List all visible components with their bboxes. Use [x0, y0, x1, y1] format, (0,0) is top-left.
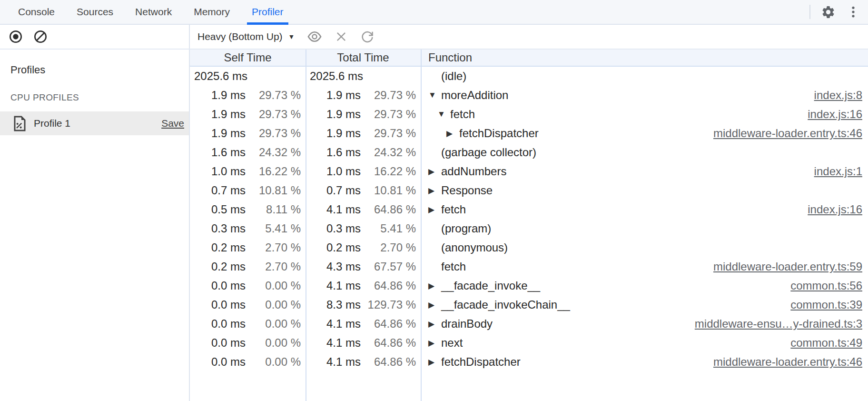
table-row[interactable]: 0.0 ms0.00 %4.1 ms64.86 %▶__facade_invok…	[190, 276, 868, 295]
source-file-link[interactable]: index.js:8	[814, 89, 862, 102]
function-name: (idle)	[441, 70, 466, 83]
sidebar-item-profile-1[interactable]: Profile 1 Save	[0, 111, 189, 135]
view-mode-dropdown[interactable]: Heavy (Bottom Up) ▼	[197, 31, 295, 42]
tab-bar-divider	[809, 5, 810, 19]
profiler-toolbar-right: Heavy (Bottom Up) ▼	[190, 25, 375, 49]
source-file-link[interactable]: index.js:1	[814, 165, 862, 178]
tree-collapse-arrow-icon[interactable]: ▶	[428, 281, 441, 291]
function-name: __facade_invoke__	[441, 279, 540, 292]
function-name: Response	[441, 184, 493, 197]
column-header-function[interactable]: Function	[421, 51, 472, 64]
total-time-cell-ms: 0.7 ms	[307, 184, 361, 197]
self-time-cell-ms: 1.6 ms	[192, 146, 246, 159]
tab-network[interactable]: Network	[128, 0, 179, 24]
tree-collapse-arrow-icon[interactable]: ▶	[428, 300, 441, 310]
column-header-total-time[interactable]: Total Time	[306, 51, 421, 64]
table-row[interactable]: 0.0 ms0.00 %8.3 ms129.73 %▶__facade_invo…	[190, 295, 868, 314]
function-tree-node: ▼fetch	[437, 108, 475, 121]
tab-sources[interactable]: Sources	[69, 0, 121, 24]
total-time-cell-ms: 1.6 ms	[307, 146, 361, 159]
table-row[interactable]: 1.6 ms24.32 %1.6 ms24.32 %(garbage colle…	[190, 143, 868, 162]
function-name: (anonymous)	[441, 241, 508, 254]
table-row[interactable]: 0.0 ms0.00 %4.1 ms64.86 %▶drainBodymiddl…	[190, 314, 868, 333]
table-row[interactable]: 1.9 ms29.73 %1.9 ms29.73 %▼moreAdditioni…	[190, 86, 868, 105]
tree-collapse-arrow-icon[interactable]: ▶	[428, 205, 441, 215]
function-cell: ▶fetchDispatchermiddleware-loader.entry.…	[421, 355, 868, 369]
self-time-cell-ms: 0.2 ms	[192, 260, 246, 273]
table-row[interactable]: 1.0 ms16.22 %1.0 ms16.22 %▶addNumbersind…	[190, 162, 868, 181]
self-time-cell-ms: 1.0 ms	[192, 165, 246, 178]
self-time-cell: 1.6 ms24.32 %	[190, 146, 306, 159]
function-tree-node: (garbage collector)	[428, 146, 536, 159]
self-time-cell-percent: 29.73 %	[246, 127, 301, 140]
total-time-cell: 1.6 ms24.32 %	[306, 146, 421, 159]
close-icon[interactable]	[335, 30, 348, 43]
source-file-link[interactable]: middleware-ensu…y-drained.ts:3	[695, 317, 862, 331]
total-time-cell-percent: 64.86 %	[361, 317, 416, 331]
table-row[interactable]: 0.2 ms2.70 %0.2 ms2.70 %(anonymous)	[190, 238, 868, 257]
source-file-link[interactable]: middleware-loader.entry.ts:59	[713, 260, 862, 273]
self-time-cell-percent: 24.32 %	[246, 146, 301, 159]
self-time-cell-percent: 8.11 %	[246, 203, 301, 216]
table-row[interactable]: 1.9 ms29.73 %1.9 ms29.73 %▶fetchDispatch…	[190, 124, 868, 143]
tree-collapse-arrow-icon[interactable]: ▶	[428, 319, 441, 329]
profile-data-grid: Self Time Total Time Function 2025.6 ms2…	[190, 50, 868, 401]
table-row[interactable]: 0.0 ms0.00 %4.1 ms64.86 %▶fetchDispatche…	[190, 352, 868, 371]
source-file-link[interactable]: index.js:16	[808, 203, 862, 216]
refresh-icon[interactable]	[360, 30, 375, 44]
source-file-link[interactable]: index.js:16	[808, 108, 862, 121]
tree-expand-arrow-icon[interactable]: ▼	[428, 90, 441, 100]
function-tree-node: ▶fetchDispatcher	[428, 355, 521, 369]
self-time-cell-percent: 29.73 %	[246, 108, 301, 121]
total-time-cell: 4.3 ms67.57 %	[306, 260, 421, 273]
tree-collapse-arrow-icon[interactable]: ▶	[428, 357, 441, 367]
table-row[interactable]: 0.3 ms5.41 %0.3 ms5.41 %(program)	[190, 219, 868, 238]
gear-icon[interactable]	[821, 5, 836, 20]
self-time-cell: 0.0 ms0.00 %	[190, 298, 306, 311]
save-profile-link[interactable]: Save	[161, 118, 184, 129]
table-row[interactable]: 0.0 ms0.00 %4.1 ms64.86 %▶nextcommon.ts:…	[190, 333, 868, 352]
table-row[interactable]: 2025.6 ms2025.6 ms(idle)	[190, 67, 868, 86]
table-row[interactable]: 0.7 ms10.81 %0.7 ms10.81 %▶Response	[190, 181, 868, 200]
total-time-cell: 4.1 ms64.86 %	[306, 355, 421, 369]
tree-expand-arrow-icon[interactable]: ▼	[437, 110, 450, 119]
source-file-link[interactable]: common.ts:56	[790, 279, 862, 292]
function-cell: (idle)	[421, 70, 868, 83]
total-time-cell-percent: 67.57 %	[361, 260, 416, 273]
source-file-link[interactable]: common.ts:49	[790, 336, 862, 350]
column-divider	[421, 50, 422, 401]
source-file-link[interactable]: middleware-loader.entry.ts:46	[713, 127, 862, 140]
function-cell: ▼fetchindex.js:16	[421, 108, 868, 121]
source-file-link[interactable]: common.ts:39	[790, 298, 862, 311]
total-time-cell: 0.3 ms5.41 %	[306, 222, 421, 235]
cpu-profiles-section-label: CPU PROFILES	[10, 92, 189, 103]
column-divider	[306, 50, 306, 401]
tree-collapse-arrow-icon[interactable]: ▶	[428, 167, 441, 177]
total-time-cell-ms: 4.1 ms	[307, 317, 361, 331]
self-time-cell: 0.5 ms8.11 %	[190, 203, 306, 216]
table-row[interactable]: 1.9 ms29.73 %1.9 ms29.73 %▼fetchindex.js…	[190, 105, 868, 124]
sidebar-heading: Profiles	[10, 64, 189, 76]
record-icon[interactable]	[9, 30, 23, 44]
source-file-link[interactable]: middleware-loader.entry.ts:46	[713, 355, 862, 369]
column-header-self-time[interactable]: Self Time	[190, 51, 306, 64]
tab-console[interactable]: Console	[10, 0, 62, 24]
table-row[interactable]: 0.5 ms8.11 %4.1 ms64.86 %▶fetchindex.js:…	[190, 200, 868, 219]
block-icon[interactable]	[33, 30, 48, 44]
table-row[interactable]: 0.2 ms2.70 %4.3 ms67.57 %fetchmiddleware…	[190, 257, 868, 276]
three-dot-menu-icon[interactable]	[846, 5, 860, 19]
tree-collapse-arrow-icon[interactable]: ▶	[446, 129, 459, 139]
function-name: (program)	[441, 222, 491, 235]
self-time-cell-percent: 0.00 %	[246, 336, 301, 350]
tree-collapse-arrow-icon[interactable]: ▶	[428, 338, 441, 348]
tab-memory[interactable]: Memory	[186, 0, 237, 24]
self-time-cell-percent: 2.70 %	[246, 260, 301, 273]
eye-icon[interactable]	[307, 29, 322, 44]
tree-collapse-arrow-icon[interactable]: ▶	[428, 186, 441, 196]
self-time-cell-ms: 1.9 ms	[192, 89, 246, 102]
tab-profiler[interactable]: Profiler	[244, 0, 291, 24]
function-name: addNumbers	[441, 165, 506, 178]
function-cell: ▶__facade_invokeChain__common.ts:39	[421, 298, 868, 311]
total-time-cell-ms: 2025.6 ms	[310, 70, 363, 83]
function-tree-node: ▶Response	[428, 184, 493, 197]
